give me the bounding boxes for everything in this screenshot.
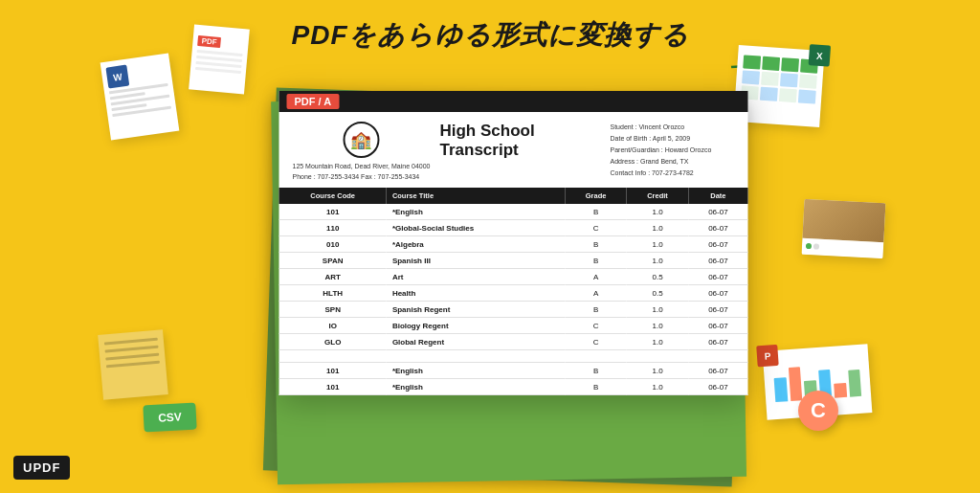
image-thumbnail bbox=[802, 199, 885, 242]
table-row: GLOGlobal RegentC1.006-07 bbox=[279, 334, 748, 350]
table-cell: *Algebra bbox=[387, 236, 565, 253]
ppt-bar bbox=[834, 383, 847, 398]
table-body: 101*EnglishB1.006-07110*Global-Social St… bbox=[279, 204, 748, 395]
transcript-table: Course Code Course Title Grade Credit Da… bbox=[279, 188, 748, 395]
sticky-line bbox=[105, 346, 159, 353]
excel-cell bbox=[799, 74, 817, 88]
float-image-card bbox=[802, 199, 886, 258]
word-doc-lines bbox=[109, 83, 171, 117]
table-cell: 010 bbox=[279, 236, 387, 253]
table-cell: Spanish Regent bbox=[387, 302, 565, 318]
table-spacer bbox=[279, 350, 748, 363]
transcript-document: PDF / A 🏫 125 Mountain Road, Dead River,… bbox=[279, 91, 748, 395]
table-cell: *English bbox=[387, 363, 565, 379]
table-cell: C bbox=[565, 220, 627, 236]
table-cell: B bbox=[565, 253, 627, 269]
label-dot bbox=[806, 243, 812, 249]
doc-address-line: 125 Mountain Road, Dead River, Maine 040… bbox=[293, 163, 431, 169]
table-cell: 1.0 bbox=[627, 236, 688, 253]
table-cell: 06-07 bbox=[688, 285, 747, 302]
doc-title-area: High School Transcript bbox=[439, 122, 600, 182]
float-word-doc: W bbox=[100, 53, 180, 140]
pdf-line bbox=[195, 67, 241, 74]
doc-logo-area: 🏫 125 Mountain Road, Dead River, Maine 0… bbox=[293, 122, 431, 182]
table-cell: *English bbox=[387, 379, 565, 395]
table-cell: B bbox=[565, 363, 627, 379]
table-header-row: Course Code Course Title Grade Credit Da… bbox=[279, 188, 748, 204]
table-cell: A bbox=[565, 269, 627, 285]
excel-cell bbox=[761, 72, 779, 86]
table-row: ARTArtA0.506-07 bbox=[279, 269, 748, 285]
updf-logo: UPDF bbox=[13, 456, 70, 480]
ppt-bar bbox=[774, 377, 788, 402]
ppt-bar bbox=[788, 367, 802, 401]
table-cell: B bbox=[565, 302, 627, 318]
table-cell: 0.5 bbox=[627, 285, 688, 302]
table-cell: 06-07 bbox=[688, 334, 747, 350]
title-text: PDFをあらゆる形式に変換する bbox=[292, 20, 689, 50]
table-cell: *Global-Social Studies bbox=[387, 220, 565, 236]
word-badge: W bbox=[105, 65, 129, 89]
table-cell: 06-07 bbox=[688, 379, 747, 395]
table-row: 101*EnglishB1.006-07 bbox=[279, 363, 748, 379]
table-cell: 1.0 bbox=[627, 379, 688, 395]
table-cell: 06-07 bbox=[688, 253, 747, 269]
table-cell: *English bbox=[387, 204, 565, 220]
excel-cell bbox=[742, 70, 760, 84]
table-cell: ART bbox=[279, 269, 387, 285]
table-cell: 06-07 bbox=[688, 302, 747, 318]
dob: Date of Birth : April 5, 2009 bbox=[611, 133, 735, 145]
school-logo: 🏫 bbox=[343, 122, 379, 158]
table-cell: IO bbox=[279, 318, 387, 334]
table-cell: 06-07 bbox=[688, 318, 747, 334]
parent-guardian: Parent/Guardian : Howard Orozco bbox=[611, 145, 735, 156]
table-cell: C bbox=[565, 334, 627, 350]
table-row: SPANSpanish IIIB1.006-07 bbox=[279, 253, 748, 269]
table-cell: 06-07 bbox=[688, 236, 747, 253]
col-course-title: Course Title bbox=[387, 188, 565, 204]
col-date: Date bbox=[688, 188, 747, 204]
pdf-doc-lines bbox=[195, 50, 243, 74]
float-c-badge: C bbox=[798, 391, 838, 431]
table-cell: Art bbox=[387, 269, 565, 285]
table-cell: 0.5 bbox=[627, 269, 688, 285]
table-cell: C bbox=[565, 318, 627, 334]
excel-cell bbox=[762, 56, 780, 71]
table-cell: B bbox=[565, 379, 627, 395]
table-cell: 110 bbox=[279, 220, 387, 236]
table-cell: Health bbox=[387, 285, 565, 302]
sticky-line bbox=[105, 353, 159, 361]
table-cell: 101 bbox=[279, 363, 387, 379]
table-cell: SPN bbox=[279, 302, 387, 318]
table-cell: HLTH bbox=[279, 285, 387, 302]
table-row: 101*EnglishB1.006-07 bbox=[279, 204, 748, 220]
col-course-code: Course Code bbox=[279, 188, 387, 204]
label-dot bbox=[813, 244, 819, 250]
page-title: PDFをあらゆる形式に変換する bbox=[292, 17, 689, 54]
table-row: SPNSpanish RegentB1.006-07 bbox=[279, 302, 748, 318]
table-row: HLTHHealthA0.506-07 bbox=[279, 285, 748, 302]
excel-cell bbox=[743, 55, 761, 69]
table-row: 101*EnglishB1.006-07 bbox=[279, 379, 748, 395]
address: Address : Grand Bend, TX bbox=[611, 156, 735, 168]
table-cell: 1.0 bbox=[627, 318, 688, 334]
student-name: Student : Vincent Orozco bbox=[611, 122, 735, 133]
contact: Contact Info : 707-273-4782 bbox=[611, 168, 735, 179]
table-row: IOBiology RegentC1.006-07 bbox=[279, 318, 748, 334]
ppt-bar bbox=[848, 370, 861, 397]
doc-phone: Phone : 707-255-3434 Fax : 707-255-3434 bbox=[293, 173, 420, 180]
float-pdf-doc: PDF bbox=[189, 25, 250, 95]
pdf-mini-badge: PDF bbox=[197, 35, 221, 48]
table-cell: 06-07 bbox=[688, 220, 747, 236]
table-cell: Global Regent bbox=[387, 334, 565, 350]
table-cell: 06-07 bbox=[688, 363, 747, 379]
table-cell: 1.0 bbox=[627, 363, 688, 379]
table-cell: 06-07 bbox=[688, 269, 747, 285]
table-cell: 1.0 bbox=[627, 302, 688, 318]
doc-header-bar: PDF / A bbox=[279, 91, 748, 112]
table-cell: 101 bbox=[279, 204, 387, 220]
table-cell: GLO bbox=[279, 334, 387, 350]
col-grade: Grade bbox=[565, 188, 627, 204]
table-cell: Spanish III bbox=[387, 253, 565, 269]
sticky-line bbox=[106, 361, 160, 369]
